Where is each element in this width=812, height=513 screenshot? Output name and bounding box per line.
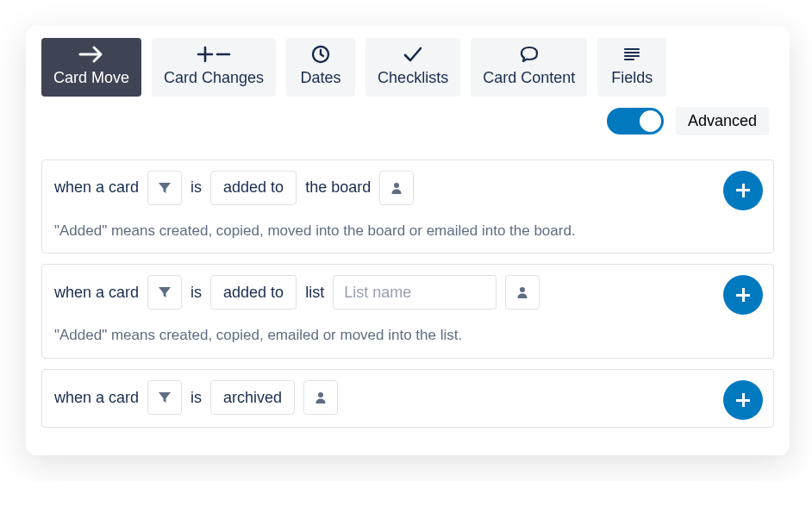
text-when-a-card: when a card <box>54 284 139 302</box>
tab-dates[interactable]: Dates <box>286 38 355 97</box>
filter-icon <box>157 390 172 405</box>
rule-row: when a card is added to list <box>54 275 761 310</box>
add-rule-button[interactable] <box>723 171 763 210</box>
arrow-right-icon <box>77 45 106 64</box>
tab-label: Card Changes <box>164 69 264 88</box>
filter-button[interactable] <box>147 275 182 310</box>
tab-bar: Card Move Card Changes Dates Checklists … <box>41 38 774 97</box>
tab-label: Card Content <box>483 69 575 88</box>
svg-point-3 <box>318 392 323 397</box>
action-label: added to <box>223 178 284 197</box>
text-is: is <box>191 389 202 407</box>
lines-icon <box>621 45 642 64</box>
tab-label: Dates <box>301 69 341 88</box>
clock-icon <box>310 45 331 64</box>
text-is: is <box>191 284 202 302</box>
triggers-panel: Card Move Card Changes Dates Checklists … <box>26 26 790 455</box>
action-label: added to <box>223 284 284 302</box>
check-icon <box>402 45 424 64</box>
tab-label: Checklists <box>378 69 448 88</box>
action-chip[interactable]: added to <box>210 275 297 310</box>
toggle-knob <box>640 110 661 132</box>
advanced-toggle[interactable] <box>607 108 664 135</box>
user-icon <box>515 285 529 299</box>
speech-bubble-icon <box>518 45 540 64</box>
user-icon <box>314 391 328 404</box>
rule-description: "Added" means created, copied, moved int… <box>54 221 761 241</box>
plus-minus-icon <box>195 45 233 64</box>
rule-card-added-list: when a card is added to list "Added" mea… <box>41 264 774 359</box>
rule-row: when a card is added to the board <box>54 171 761 205</box>
user-filter-button[interactable] <box>303 380 338 415</box>
action-chip[interactable]: archived <box>210 380 295 415</box>
text-when-a-card: when a card <box>54 178 139 197</box>
user-icon <box>390 181 403 195</box>
advanced-row: Advanced <box>41 107 774 135</box>
tab-label: Card Move <box>53 69 129 88</box>
rule-description: "Added" means created, copied, emailed o… <box>54 325 761 346</box>
user-filter-button[interactable] <box>379 171 414 205</box>
filter-icon <box>157 180 172 196</box>
tab-checklists[interactable]: Checklists <box>365 38 460 97</box>
add-rule-button[interactable] <box>723 380 763 420</box>
filter-button[interactable] <box>147 171 182 205</box>
text-when-a-card: when a card <box>54 389 139 407</box>
svg-point-2 <box>520 287 525 292</box>
list-name-input[interactable] <box>333 275 497 310</box>
tab-card-content[interactable]: Card Content <box>471 38 587 97</box>
rule-row: when a card is archived <box>54 380 761 415</box>
filter-icon <box>157 285 172 300</box>
filter-button[interactable] <box>147 380 182 415</box>
rule-card-added-board: when a card is added to the board "Added… <box>41 160 774 254</box>
tab-card-changes[interactable]: Card Changes <box>152 38 276 97</box>
text-is: is <box>191 178 202 197</box>
action-label: archived <box>223 389 282 407</box>
tab-card-move[interactable]: Card Move <box>41 38 141 97</box>
text-the-board: the board <box>305 178 371 197</box>
user-filter-button[interactable] <box>505 275 540 310</box>
tab-label: Fields <box>611 69 653 88</box>
rule-card-archived: when a card is archived <box>41 369 774 428</box>
svg-point-1 <box>394 183 399 188</box>
text-list: list <box>305 284 324 302</box>
tab-fields[interactable]: Fields <box>597 38 666 97</box>
action-chip[interactable]: added to <box>210 171 297 205</box>
advanced-label: Advanced <box>676 107 769 135</box>
